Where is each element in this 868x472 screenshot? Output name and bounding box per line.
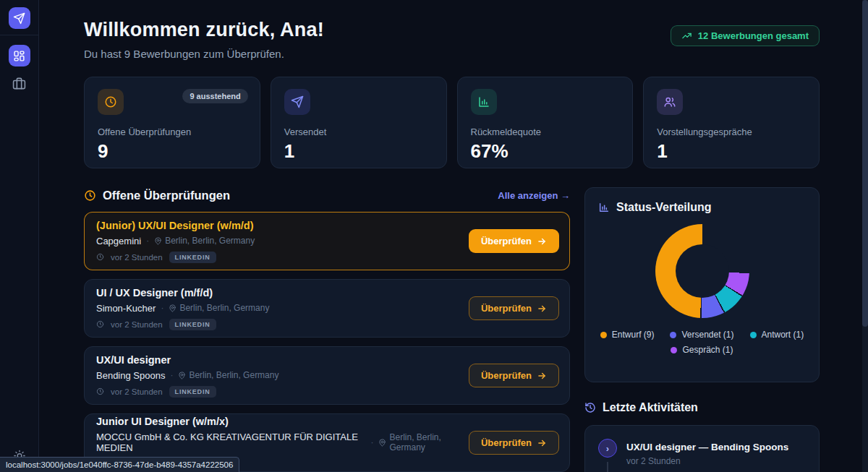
- stats-row: 9 ausstehend Offene Überprüfungen 9 Vers…: [84, 77, 820, 168]
- activities-section-title: Letzte Aktivitäten: [603, 401, 698, 414]
- review-button[interactable]: Überprüfen: [469, 229, 559, 253]
- status-donut-chart[interactable]: [655, 224, 749, 318]
- pending-count-chip: 9 ausstehend: [182, 89, 247, 103]
- activity-time: vor 2 Stunden: [626, 456, 788, 466]
- job-company: Bending Spoons: [96, 370, 165, 381]
- job-company: Simon-Kucher: [96, 303, 156, 314]
- job-source-badge: LINKEDIN: [169, 319, 216, 330]
- bar-chart-icon: [471, 89, 497, 115]
- activity-title: UX/UI designer — Bending Spoons: [626, 442, 788, 452]
- activity-card: › UX/UI designer — Bending Spoons vor 2 …: [584, 425, 820, 472]
- map-pin-icon: [178, 372, 186, 379]
- arrow-right-icon: [537, 236, 547, 246]
- stat-label: Versendet: [284, 126, 433, 137]
- arrow-right-icon: [537, 304, 547, 314]
- clock-icon: [96, 253, 104, 261]
- bar-chart-icon: [598, 202, 610, 213]
- map-pin-icon: [154, 237, 162, 245]
- legend-item: Versendet (1): [670, 330, 733, 340]
- right-panel: Status-Verteilung Entwurf (9)Versendet (…: [584, 187, 820, 472]
- job-title: Junior UI Designer (w/m/x): [96, 416, 469, 427]
- legend-item: Antwort (1): [750, 330, 804, 340]
- review-button-label: Überprüfen: [481, 303, 532, 314]
- job-title: UX/UI designer: [96, 354, 278, 366]
- legend-label: Versendet (1): [681, 330, 733, 340]
- job-company: MOCCU GmbH & Co. KG KREATIVAGENTUR FÜR D…: [96, 432, 365, 453]
- status-chart-title: Status-Verteilung: [616, 201, 712, 214]
- trending-up-icon: [681, 30, 692, 41]
- legend-dot: [670, 332, 676, 338]
- job-location: Berlin, Berlin, Germany: [389, 432, 468, 452]
- stat-value: 67%: [471, 140, 620, 163]
- separator-dot: ·: [370, 437, 373, 447]
- pending-section-title: Offene Überprüfungen: [103, 189, 230, 202]
- arrow-right-icon: [537, 438, 547, 448]
- legend-item: Gespräch (1): [671, 345, 733, 355]
- app-logo-area: [0, 0, 38, 35]
- legend-dot: [671, 347, 677, 353]
- separator-dot: ·: [161, 303, 163, 313]
- legend-dot: [750, 332, 757, 338]
- stat-label: Rückmeldequote: [471, 126, 620, 137]
- users-icon: [657, 89, 683, 115]
- job-title: UI / UX Designer (m/f/d): [96, 287, 269, 299]
- clock-icon: [98, 89, 124, 115]
- stat-card-pending[interactable]: 9 ausstehend Offene Überprüfungen 9: [84, 77, 260, 168]
- job-source-badge: LINKEDIN: [169, 386, 216, 398]
- stat-value: 9: [98, 140, 247, 163]
- scrollbar-thumb[interactable]: [862, 0, 868, 327]
- job-title: (Junior) UX/UI Designer (w/m/d): [96, 220, 255, 231]
- briefcase-icon: [12, 77, 26, 90]
- page-subtitle: Du hast 9 Bewerbungen zum Überprüfen.: [84, 48, 324, 60]
- history-icon: [584, 402, 596, 413]
- legend-label: Gespräch (1): [682, 345, 733, 355]
- sidebar-item-jobs[interactable]: [12, 77, 26, 90]
- legend-label: Entwurf (9): [612, 330, 655, 340]
- job-card[interactable]: UX/UI designer Bending Spoons · Berlin, …: [84, 346, 570, 405]
- total-applications-badge[interactable]: 12 Bewerbungen gesamt: [671, 25, 820, 46]
- sidebar: [0, 0, 39, 472]
- clock-icon: [84, 189, 96, 202]
- view-all-link[interactable]: Alle anzeigen →: [498, 190, 570, 201]
- send-icon: [284, 89, 310, 115]
- legend-label: Antwort (1): [762, 330, 804, 340]
- clock-icon: [96, 320, 104, 328]
- job-time: vor 2 Stunden: [111, 253, 163, 262]
- job-source-badge: LINKEDIN: [169, 252, 216, 263]
- job-time: vor 2 Stunden: [111, 387, 163, 396]
- stat-label: Offene Überprüfungen: [98, 126, 247, 137]
- stat-label: Vorstellungsgespräche: [657, 126, 806, 137]
- chart-legend: Entwurf (9)Versendet (1)Antwort (1)Gespr…: [598, 330, 806, 355]
- job-card[interactable]: UI / UX Designer (m/f/d) Simon-Kucher · …: [84, 279, 570, 338]
- page-title: Willkommen zurück, Ana!: [84, 19, 324, 41]
- arrow-right-icon: [537, 371, 547, 381]
- job-location: Berlin, Berlin, Germany: [165, 236, 255, 246]
- job-card[interactable]: (Junior) UX/UI Designer (w/m/d) Capgemin…: [84, 212, 570, 270]
- job-company: Capgemini: [96, 236, 141, 246]
- review-button[interactable]: Überprüfen: [469, 364, 559, 387]
- stat-value: 1: [657, 140, 806, 163]
- stat-card-response-rate[interactable]: Rückmeldequote 67%: [457, 77, 634, 168]
- total-applications-label: 12 Bewerbungen gesamt: [698, 30, 809, 41]
- review-button-label: Überprüfen: [481, 370, 532, 381]
- job-time: vor 2 Stunden: [111, 320, 163, 329]
- app-logo-send-icon[interactable]: [9, 7, 30, 29]
- timeline-connector: [607, 462, 608, 472]
- review-button[interactable]: Überprüfen: [469, 296, 559, 320]
- main-content: Willkommen zurück, Ana! Du hast 9 Bewerb…: [39, 0, 868, 472]
- job-list: (Junior) UX/UI Designer (w/m/d) Capgemin…: [84, 212, 570, 472]
- pending-reviews-section: Offene Überprüfungen Alle anzeigen → (Ju…: [84, 187, 570, 472]
- stat-card-interviews[interactable]: Vorstellungsgespräche 1: [643, 77, 820, 168]
- map-pin-icon: [169, 304, 176, 312]
- review-button[interactable]: Überprüfen: [469, 431, 559, 455]
- map-pin-icon: [378, 439, 386, 447]
- job-location: Berlin, Berlin, Germany: [179, 303, 269, 313]
- clock-icon: [96, 387, 104, 395]
- sidebar-item-dashboard[interactable]: [9, 45, 30, 66]
- legend-item: Entwurf (9): [600, 330, 655, 340]
- stat-card-sent[interactable]: Versendet 1: [271, 77, 447, 168]
- job-location: Berlin, Berlin, Germany: [189, 370, 278, 380]
- status-bar-url: localhost:3000/jobs/1e040ffc-8736-47de-b…: [0, 457, 239, 472]
- stat-value: 1: [284, 140, 433, 163]
- review-button-label: Überprüfen: [481, 236, 532, 246]
